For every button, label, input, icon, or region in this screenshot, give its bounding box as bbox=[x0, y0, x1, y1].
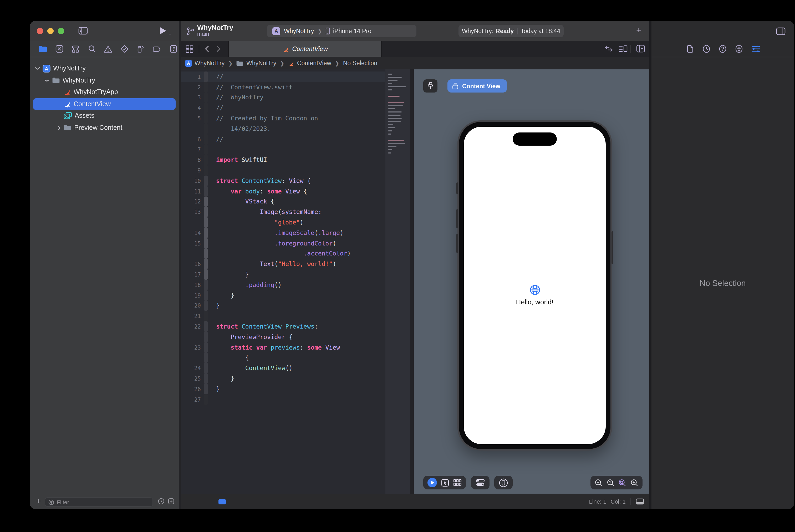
code-line[interactable]: 3// WhyNotTry bbox=[181, 92, 410, 103]
project-navigator-icon[interactable] bbox=[35, 42, 51, 56]
symbol-navigator-icon[interactable] bbox=[67, 42, 83, 56]
code-line[interactable]: 8import SwiftUI bbox=[181, 155, 410, 165]
tree-item-whynottryapp[interactable]: WhyNotTryApp bbox=[30, 86, 179, 98]
preview-device-button[interactable] bbox=[499, 478, 508, 487]
code-line[interactable]: 25 } bbox=[181, 373, 410, 384]
line-number[interactable]: 11 bbox=[181, 188, 204, 194]
line-number[interactable]: 3 bbox=[181, 94, 204, 101]
line-number[interactable]: 13 bbox=[181, 209, 204, 215]
code-line[interactable]: 1// bbox=[181, 72, 410, 82]
quick-help-inspector-icon[interactable] bbox=[719, 45, 727, 53]
line-number[interactable]: 16 bbox=[181, 261, 204, 267]
zoom-actual-size-icon[interactable] bbox=[606, 479, 614, 487]
editor-canvas-divider[interactable] bbox=[410, 70, 414, 494]
issue-navigator-icon[interactable] bbox=[100, 42, 116, 56]
code-line[interactable]: 20} bbox=[181, 300, 410, 311]
variants-grid-button[interactable] bbox=[453, 479, 462, 486]
find-navigator-icon[interactable] bbox=[83, 42, 100, 56]
code-line[interactable]: PreviewProvider { bbox=[181, 332, 410, 342]
line-number[interactable]: 24 bbox=[181, 365, 204, 371]
code-line[interactable]: 14 .imageScale(.large) bbox=[181, 228, 410, 238]
source-editor[interactable]: 1//2// ContentView.swift3// WhyNotTry4//… bbox=[181, 70, 410, 494]
run-button[interactable] bbox=[159, 26, 167, 35]
line-number[interactable]: 12 bbox=[181, 198, 204, 205]
activity-status[interactable]: WhyNotTry: Ready | Today at 18:44 bbox=[458, 25, 564, 37]
line-number[interactable]: 15 bbox=[181, 240, 204, 246]
line-number[interactable]: 25 bbox=[181, 375, 204, 382]
line-number[interactable]: 27 bbox=[181, 396, 204, 402]
zoom-to-fit-icon[interactable] bbox=[619, 479, 626, 487]
live-preview-button[interactable] bbox=[428, 478, 437, 487]
tree-item-whynottry[interactable]: ❯WhyNotTry bbox=[30, 74, 179, 86]
scm-status-filter-icon[interactable] bbox=[168, 498, 174, 505]
debug-navigator-icon[interactable] bbox=[132, 42, 149, 56]
code-review-icon[interactable] bbox=[605, 45, 613, 52]
code-line[interactable]: 17 } bbox=[181, 269, 410, 280]
toggle-bottom-panel-icon[interactable] bbox=[636, 498, 644, 505]
code-line[interactable]: { bbox=[181, 353, 410, 363]
selectable-mode-button[interactable] bbox=[441, 479, 449, 487]
tree-item-contentview[interactable]: ContentView bbox=[30, 98, 179, 110]
tree-item-preview-content[interactable]: ❯Preview Content bbox=[30, 122, 179, 134]
breadcrumb-file[interactable]: ContentView bbox=[297, 60, 331, 66]
breadcrumb-group[interactable]: WhyNotTry bbox=[246, 60, 276, 66]
code-line[interactable]: 4// bbox=[181, 103, 410, 113]
code-line[interactable]: 23 static var previews: some View bbox=[181, 342, 410, 353]
file-inspector-icon[interactable] bbox=[687, 45, 694, 53]
line-number[interactable]: 9 bbox=[181, 167, 204, 173]
code-line[interactable]: "globe") bbox=[181, 217, 410, 228]
code-line[interactable]: 19 } bbox=[181, 290, 410, 300]
line-number[interactable]: 18 bbox=[181, 282, 204, 288]
line-number[interactable]: 20 bbox=[181, 303, 204, 309]
disclosure-open-icon[interactable]: ❯ bbox=[45, 78, 50, 83]
sidebar-divider[interactable] bbox=[179, 21, 181, 509]
accessibility-inspector-icon[interactable] bbox=[735, 45, 743, 53]
code-line[interactable]: 7 bbox=[181, 144, 410, 155]
line-number[interactable]: 23 bbox=[181, 344, 204, 350]
code-line[interactable]: 6// bbox=[181, 134, 410, 145]
code-line[interactable]: 10struct ContentView: View { bbox=[181, 176, 410, 186]
source-control-navigator-icon[interactable] bbox=[51, 42, 67, 56]
editor-options-icon[interactable] bbox=[619, 45, 628, 53]
code-line[interactable]: 13 Image(systemName: bbox=[181, 207, 410, 217]
code-line[interactable]: .accentColor) bbox=[181, 248, 410, 259]
code-line[interactable]: 22struct ContentView_Previews: bbox=[181, 321, 410, 332]
code-line[interactable]: 26} bbox=[181, 384, 410, 394]
minimize-window-button[interactable] bbox=[47, 28, 54, 34]
code-line[interactable]: 18 .padding() bbox=[181, 280, 410, 290]
breadcrumb-project[interactable]: WhyNotTry bbox=[194, 60, 225, 66]
code-line[interactable]: 11 var body: some View { bbox=[181, 186, 410, 196]
recent-files-filter-icon[interactable] bbox=[158, 498, 165, 505]
line-number[interactable]: 10 bbox=[181, 178, 204, 184]
inspector-divider[interactable] bbox=[649, 21, 651, 509]
project-title-block[interactable]: WhyNotTry main bbox=[197, 24, 233, 37]
line-number[interactable]: 7 bbox=[181, 147, 204, 153]
breakpoint-navigator-icon[interactable] bbox=[149, 42, 165, 56]
close-window-button[interactable] bbox=[37, 28, 43, 34]
related-items-icon[interactable] bbox=[186, 45, 193, 53]
preview-target-pill[interactable]: Content View bbox=[448, 79, 507, 93]
scheme-selector[interactable]: A WhyNotTry ❯ iPhone 14 Pro bbox=[267, 25, 416, 37]
disclosure-open-icon[interactable]: ❯ bbox=[35, 66, 40, 71]
line-number[interactable]: 19 bbox=[181, 292, 204, 298]
go-forward-icon[interactable] bbox=[216, 45, 221, 53]
tab-contentview[interactable]: ContentView bbox=[228, 41, 382, 57]
attributes-inspector-icon[interactable] bbox=[751, 45, 760, 53]
line-number[interactable]: 14 bbox=[181, 230, 204, 236]
line-number[interactable]: 21 bbox=[181, 313, 204, 319]
pin-preview-button[interactable] bbox=[423, 79, 437, 93]
line-number[interactable]: 4 bbox=[181, 105, 204, 111]
run-options-chevron-icon[interactable]: ⌄ bbox=[168, 31, 172, 36]
line-number[interactable]: 5 bbox=[181, 115, 204, 121]
tree-item-assets[interactable]: Assets bbox=[30, 110, 179, 122]
filter-field[interactable]: Filter bbox=[45, 497, 153, 507]
add-file-button[interactable]: + bbox=[36, 497, 41, 505]
line-number[interactable]: 26 bbox=[181, 386, 204, 392]
line-number[interactable]: 1 bbox=[181, 74, 204, 80]
tree-item-whynottry[interactable]: ❯AWhyNotTry bbox=[30, 62, 179, 74]
line-number[interactable]: 17 bbox=[181, 271, 204, 278]
toggle-right-sidebar-icon[interactable] bbox=[776, 27, 785, 35]
line-number[interactable]: 2 bbox=[181, 84, 204, 90]
breadcrumb-selection[interactable]: No Selection bbox=[343, 60, 377, 66]
zoom-out-icon[interactable] bbox=[595, 479, 603, 487]
